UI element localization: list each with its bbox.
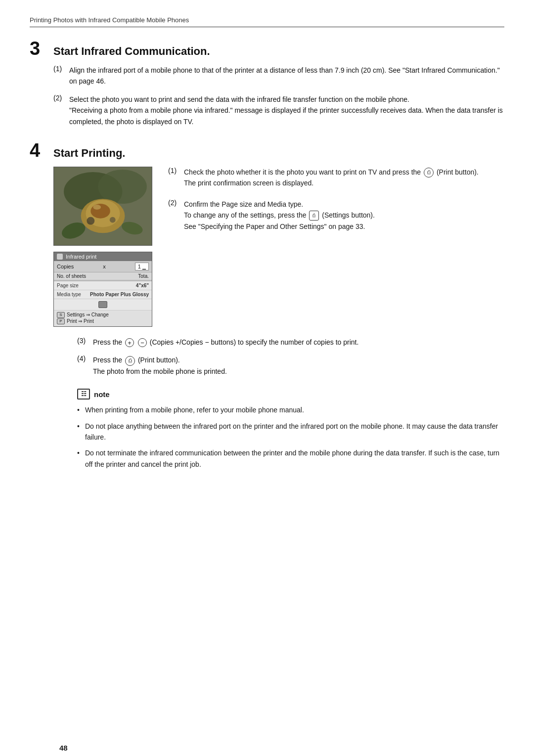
copies-minus-icon: −	[138, 338, 147, 347]
print-footer-text: Print ⇒ Print	[67, 318, 94, 324]
step4-body: Infrared print Copies x 1 ▁	[53, 167, 504, 470]
screen-pagesize-row: Page size 4"x6"	[54, 281, 152, 290]
step4-right: (1) Check the photo whether it is the ph…	[168, 167, 504, 232]
screen-title-icon	[57, 254, 63, 260]
step4-section: 4 Start Printing.	[30, 141, 504, 470]
step4-content: Infrared print Copies x 1 ▁	[53, 167, 504, 327]
screen-copies-row: Copies x 1 ▁	[54, 261, 152, 272]
step3-item2: (2) Select the photo you want to print a…	[53, 94, 504, 127]
settings-footer-text: Settings ⇒ Change	[67, 312, 109, 317]
print-button-icon2: ⎙	[125, 356, 135, 366]
photo-thumbnail	[53, 167, 152, 246]
screen-mockup: Infrared print Copies x 1 ▁	[53, 252, 152, 327]
item4-num: (4)	[77, 355, 91, 377]
page-header: Printing Photos with Infrared Compatible…	[30, 16, 504, 27]
step4-item3: (3) Press the + − (Copies +/Copies − but…	[77, 337, 504, 348]
step3-section: 3 Start Infrared Communication. (1) Alig…	[30, 39, 504, 127]
svg-rect-12	[54, 167, 152, 245]
page-number: 48	[59, 744, 68, 752]
note-item2: Do not place anything between the infrar…	[77, 421, 504, 443]
header-text: Printing Photos with Infrared Compatible…	[30, 16, 189, 24]
step4-right-item2: (2) Confirm the Page size and Media type…	[168, 199, 504, 232]
note-icon: ☷	[77, 389, 90, 400]
printer-icon-small	[98, 301, 107, 308]
screen-title-bar: Infrared print	[54, 252, 152, 261]
step3-title: Start Infrared Communication.	[53, 45, 210, 58]
mediatype-value: Photo Paper Plus Glossy	[90, 292, 149, 297]
right-item2-num: (2)	[168, 199, 182, 232]
right-item1-text: Check the photo whether it is the photo …	[184, 167, 479, 189]
step3-item2-text: Select the photo you want to print and s…	[69, 95, 503, 126]
screen-printer-icon-row	[54, 299, 152, 311]
note-section: ☷ note When printing from a mobile phone…	[77, 389, 504, 470]
mediatype-label: Media type	[57, 292, 81, 297]
pagesize-label: Page size	[57, 283, 79, 288]
step3-item1-num: (1)	[53, 65, 67, 87]
copies-x: x	[103, 264, 106, 269]
step4-heading: 4 Start Printing.	[30, 141, 504, 160]
step3-number: 3	[30, 39, 47, 58]
right-item2-text: Confirm the Page size and Media type. To…	[184, 199, 375, 232]
note-label: note	[94, 390, 110, 399]
screen-sheets-row: No. of sheets Tota.	[54, 272, 152, 280]
note-list: When printing from a mobile phone, refer…	[77, 404, 504, 470]
item4-text: Press the ⎙ (Print button). The photo fr…	[93, 355, 227, 377]
note-header: ☷ note	[77, 389, 504, 400]
print-button-icon: ⎙	[424, 168, 434, 178]
print-btn-icon: P	[57, 318, 65, 324]
copies-plus-icon: +	[125, 338, 134, 347]
note-item3: Do not terminate the infrared communicat…	[77, 447, 504, 470]
screen-mediatype-row: Media type Photo Paper Plus Glossy	[54, 290, 152, 299]
step4-title: Start Printing.	[53, 147, 125, 160]
settings-button-icon: ⎙	[309, 211, 319, 221]
step4-bottom-items: (3) Press the + − (Copies +/Copies − but…	[77, 337, 504, 377]
item3-num: (3)	[77, 337, 91, 348]
right-item1-num: (1)	[168, 167, 182, 189]
pagesize-value: 4"x6"	[136, 283, 149, 288]
step4-right-item1: (1) Check the photo whether it is the ph…	[168, 167, 504, 189]
screen-title-text: Infrared print	[66, 254, 96, 260]
step4-images: Infrared print Copies x 1 ▁	[53, 167, 152, 327]
note-item1: When printing from a mobile phone, refer…	[77, 404, 504, 415]
step3-heading: 3 Start Infrared Communication.	[30, 39, 504, 58]
screen-print-footer: P Print ⇒ Print	[57, 318, 149, 324]
item3-text: Press the + − (Copies +/Copies − buttons…	[93, 337, 358, 348]
screen-body: Copies x 1 ▁ No. of sheets Tota.	[54, 261, 152, 326]
sheets-label: No. of sheets	[57, 273, 86, 279]
step3-item1: (1) Align the infrared port of a mobile …	[53, 65, 504, 87]
step3-body: (1) Align the infrared port of a mobile …	[53, 65, 504, 127]
total-label: Tota.	[138, 273, 149, 279]
copies-label: Copies	[57, 264, 74, 269]
screen-settings-footer: S Settings ⇒ Change	[57, 312, 149, 318]
settings-btn-icon: S	[57, 312, 65, 318]
step3-item2-num: (2)	[53, 94, 67, 127]
copies-value: 1 ▁	[135, 263, 149, 270]
screen-footer: S Settings ⇒ Change P Print ⇒ Print	[54, 311, 152, 326]
step3-item1-text: Align the infrared port of a mobile phon…	[69, 65, 504, 87]
step4-item4: (4) Press the ⎙ (Print button). The phot…	[77, 355, 504, 377]
step4-number: 4	[30, 141, 47, 160]
